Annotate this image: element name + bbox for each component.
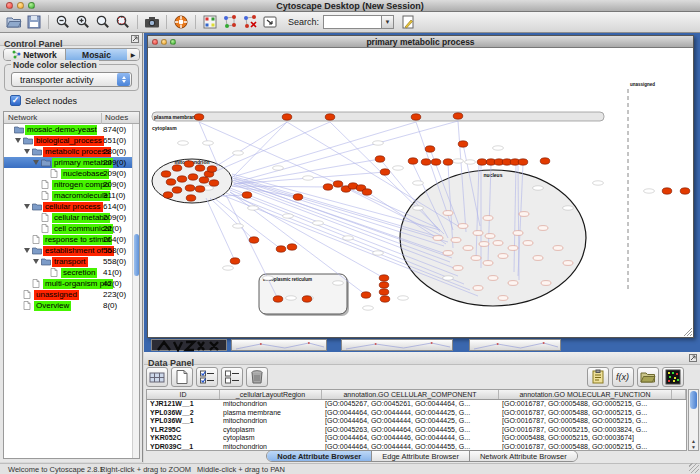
tree-col-network[interactable]: Network [8, 113, 37, 122]
node[interactable] [380, 169, 390, 175]
tree-scrollbar[interactable] [132, 124, 139, 458]
tree-row[interactable]: unassigned223(0) [4, 289, 139, 300]
table-cell[interactable]: plasma membrane [220, 409, 322, 418]
node[interactable] [483, 261, 493, 266]
search-dropdown-arrow[interactable]: ▼ [381, 15, 394, 29]
function-builder-icon[interactable]: f(x) [612, 367, 634, 387]
node[interactable] [463, 246, 473, 251]
node[interactable] [538, 226, 548, 231]
node[interactable] [533, 256, 543, 261]
node[interactable] [431, 159, 441, 165]
node[interactable] [184, 161, 194, 167]
table-cell[interactable]: YPL036W__1 [147, 417, 220, 426]
tree-row[interactable]: macromolecule311(0) [4, 190, 139, 201]
node[interactable] [421, 159, 431, 165]
node[interactable] [379, 289, 389, 295]
node[interactable] [249, 237, 259, 243]
node[interactable] [553, 246, 563, 251]
node[interactable] [242, 192, 252, 198]
node[interactable] [185, 185, 195, 191]
disclosure-triangle-icon[interactable] [24, 204, 30, 209]
node[interactable] [287, 244, 297, 250]
node[interactable] [273, 296, 283, 302]
select-all-attributes-icon[interactable] [196, 367, 218, 387]
tree-row[interactable]: mosaic-demo-yeast874(0) [4, 124, 139, 135]
node[interactable] [172, 165, 182, 171]
node[interactable] [194, 114, 204, 120]
table-cell[interactable]: [GO:0016787, GO:0005215, GO:0003824, G..… [499, 426, 672, 435]
node[interactable] [443, 159, 453, 165]
node[interactable] [563, 261, 573, 266]
zoom-out-icon[interactable] [53, 13, 73, 31]
tab-network[interactable]: Network [4, 49, 66, 60]
node[interactable] [508, 246, 518, 251]
tab-network-attribute-browser[interactable]: Network Attribute Browser [470, 451, 577, 461]
node[interactable] [361, 292, 371, 298]
table-cell[interactable]: [GO:0016787, GO:0005488, GO:0005215, G..… [499, 417, 672, 426]
node[interactable] [276, 246, 286, 252]
background-window[interactable] [231, 339, 327, 351]
tree-row[interactable]: cellular metabo209(0) [4, 212, 139, 223]
select-nodes-checkbox[interactable]: ✓ [10, 95, 21, 106]
table-cell[interactable]: [GO:0016787, GO:0005488, GO:0005215, G..… [499, 400, 672, 409]
node[interactable] [195, 186, 205, 192]
node[interactable] [302, 296, 312, 302]
node[interactable] [408, 158, 418, 164]
table-scrollbar-thumb[interactable] [690, 391, 697, 409]
node[interactable] [519, 212, 529, 217]
node[interactable] [453, 266, 463, 271]
tree-row[interactable]: secretion41(0) [4, 267, 139, 278]
node[interactable] [513, 231, 523, 236]
table-scrollbar-arrows[interactable]: ▲▼ [689, 438, 698, 450]
node[interactable] [451, 238, 461, 243]
node[interactable] [485, 234, 495, 239]
node[interactable] [473, 286, 483, 291]
table-row[interactable]: YPL036W__1mitochondrion[GO:0044464, GO:0… [147, 417, 686, 426]
node[interactable] [425, 146, 435, 152]
table-cell[interactable]: mitochondrion [220, 400, 322, 409]
table-cell[interactable]: YPL036W__2 [147, 409, 220, 418]
tree-row[interactable]: establishment of lo558(0) [4, 245, 139, 256]
node[interactable] [477, 159, 487, 165]
node[interactable] [325, 114, 335, 120]
table-cell[interactable]: cytoplasm [220, 434, 322, 443]
snapshot-icon[interactable] [142, 13, 162, 31]
search-input[interactable] [323, 15, 381, 29]
resize-grip[interactable] [689, 463, 699, 473]
node[interactable] [483, 216, 493, 221]
node[interactable] [379, 275, 389, 281]
tab-overflow-arrow[interactable]: ▶ [127, 49, 139, 60]
table-cell[interactable]: mitochondrion [220, 417, 322, 426]
attribute-batch-icon[interactable] [587, 367, 609, 387]
import-attributes-icon[interactable] [637, 367, 659, 387]
resize-grip[interactable] [684, 328, 692, 336]
column-header[interactable]: _cellularLayoutRegion [220, 390, 322, 399]
table-row[interactable]: YKR052Ccytoplasm[GO:0044464, GO:0044446,… [147, 434, 686, 443]
float-panel-icon[interactable] [131, 35, 139, 43]
destroy-network-icon[interactable] [240, 13, 260, 31]
table-cell[interactable]: [GO:0044464, GO:0044444, GO:0044425, G..… [322, 409, 499, 418]
table-row[interactable]: YJR121W__1mitochondrion[GO:0045267, GO:0… [147, 400, 686, 409]
column-header[interactable]: annotation.GO CELLULAR_COMPONENT [322, 390, 499, 399]
disclosure-triangle-icon[interactable] [15, 138, 21, 143]
column-header[interactable]: annotation.GO MOLECULAR_FUNCTION [499, 390, 672, 399]
table-cell[interactable]: [GO:0044464, GO:0044444, GO:0044425, G..… [322, 417, 499, 426]
tab-edge-attribute-browser[interactable]: Edge Attribute Browser [372, 451, 470, 461]
node[interactable] [473, 231, 483, 236]
node[interactable] [230, 258, 240, 264]
unselect-all-attributes-icon[interactable] [221, 367, 243, 387]
table-cell[interactable]: YLR295C [147, 426, 220, 435]
tree-row[interactable]: cellular process614(0) [4, 201, 139, 212]
tree-row[interactable]: metabolic process280(0) [4, 146, 139, 157]
attribute-matrix-icon[interactable] [662, 367, 684, 387]
tree-row[interactable]: nitrogen compo209(0) [4, 179, 139, 190]
node[interactable] [282, 114, 292, 120]
node[interactable] [471, 256, 481, 261]
tree-row[interactable]: transport558(0) [4, 256, 139, 267]
tree-row[interactable]: Overview8(0) [4, 300, 139, 311]
tree-row[interactable]: cell communicat22(0) [4, 223, 139, 234]
tree-row[interactable]: biological_process651(0) [4, 135, 139, 146]
node[interactable] [508, 281, 518, 286]
node[interactable] [523, 241, 533, 246]
node[interactable] [163, 192, 173, 198]
